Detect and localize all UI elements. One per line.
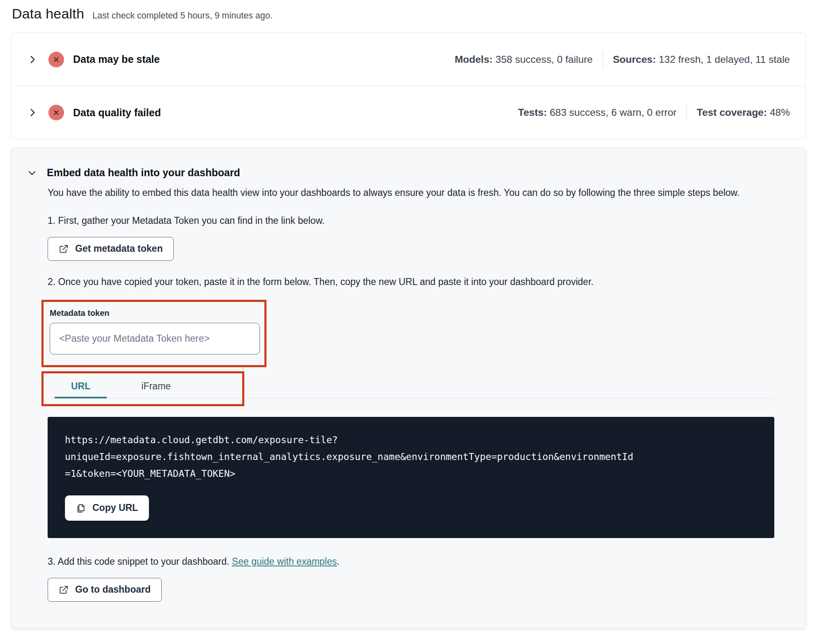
status-row-stats: Tests: 683 success, 6 warn, 0 error Test… — [518, 104, 790, 121]
last-check-status: Last check completed 5 hours, 9 minutes … — [92, 11, 273, 21]
models-stat-label: Models: — [454, 54, 493, 65]
coverage-stat: Test coverage: 48% — [697, 107, 790, 118]
step-3-label: 3. Add this code snippet to your dashboa… — [48, 556, 778, 567]
tab-url[interactable]: URL — [55, 373, 107, 398]
error-status-icon — [48, 105, 64, 120]
embed-section-header[interactable]: Embed data health into your dashboard — [27, 167, 778, 179]
sources-stat-value: 132 fresh, 1 delayed, 11 stale — [659, 54, 790, 65]
metadata-token-label: Metadata token — [50, 308, 259, 318]
embed-url-line: =1&token=<YOUR_METADATA_TOKEN> — [65, 465, 757, 482]
status-row-title: Data quality failed — [73, 107, 161, 119]
status-row-stats: Models: 358 success, 0 failure Sources: … — [454, 51, 790, 68]
tests-stat-value: 683 success, 6 warn, 0 error — [550, 107, 677, 118]
get-metadata-token-label: Get metadata token — [75, 243, 163, 254]
embed-url-line: uniqueId=exposure.fishtown_internal_anal… — [65, 448, 757, 465]
go-to-dashboard-label: Go to dashboard — [75, 584, 151, 595]
step-3-text: 3. Add this code snippet to your dashboa… — [48, 556, 232, 567]
chevron-right-icon[interactable] — [27, 107, 38, 118]
external-link-icon — [59, 244, 69, 254]
embed-url-code-block: https://metadata.cloud.getdbt.com/exposu… — [48, 417, 774, 538]
step-1-label: 1. First, gather your Metadata Token you… — [48, 215, 778, 226]
page-header: Data health Last check completed 5 hours… — [11, 6, 806, 22]
chevron-down-icon[interactable] — [27, 168, 37, 178]
coverage-stat-value: 48% — [770, 107, 790, 118]
annotation-tabs: URL iFrame — [41, 371, 244, 406]
tests-stat: Tests: 683 success, 6 warn, 0 error — [518, 107, 677, 118]
copy-url-label: Copy URL — [92, 502, 138, 513]
coverage-stat-label: Test coverage: — [697, 107, 767, 118]
models-stat: Models: 358 success, 0 failure — [454, 54, 592, 65]
see-guide-link[interactable]: See guide with examples — [232, 556, 337, 567]
get-metadata-token-button[interactable]: Get metadata token — [48, 237, 174, 261]
error-status-icon — [48, 52, 64, 67]
annotation-token-form: Metadata token — [41, 300, 266, 367]
copy-icon — [76, 503, 86, 513]
status-card: Data may be stale Models: 358 success, 0… — [11, 32, 806, 139]
status-row-title: Data may be stale — [73, 53, 160, 65]
embed-section-body: You have the ability to embed this data … — [48, 186, 778, 602]
output-format-tabs: URL iFrame — [55, 373, 242, 398]
step-2-label: 2. Once you have copied your token, past… — [48, 276, 778, 288]
sources-stat: Sources: 132 fresh, 1 delayed, 11 stale — [613, 54, 790, 65]
go-to-dashboard-button[interactable]: Go to dashboard — [48, 578, 162, 602]
status-row-quality[interactable]: Data quality failed Tests: 683 success, … — [11, 86, 806, 139]
status-row-stale[interactable]: Data may be stale Models: 358 success, 0… — [11, 33, 806, 86]
stats-divider — [686, 104, 687, 121]
embed-section-title: Embed data health into your dashboard — [47, 167, 240, 179]
stats-divider — [603, 51, 603, 68]
tests-stat-label: Tests: — [518, 107, 547, 118]
page-title: Data health — [12, 6, 84, 22]
embed-url-line: https://metadata.cloud.getdbt.com/exposu… — [65, 432, 757, 448]
data-health-page: Data health Last check completed 5 hours… — [0, 0, 817, 641]
external-link-icon — [59, 585, 69, 595]
copy-url-button[interactable]: Copy URL — [65, 495, 149, 521]
chevron-right-icon[interactable] — [27, 54, 38, 65]
models-stat-value: 358 success, 0 failure — [496, 54, 593, 65]
metadata-token-input[interactable] — [50, 323, 260, 354]
sources-stat-label: Sources: — [613, 54, 656, 65]
output-format-tabs-area: URL iFrame — [41, 371, 778, 406]
step-3-period: . — [337, 556, 340, 567]
embed-section: Embed data health into your dashboard Yo… — [11, 147, 806, 628]
embed-description: You have the ability to embed this data … — [48, 186, 752, 200]
tab-iframe[interactable]: iFrame — [125, 373, 187, 398]
